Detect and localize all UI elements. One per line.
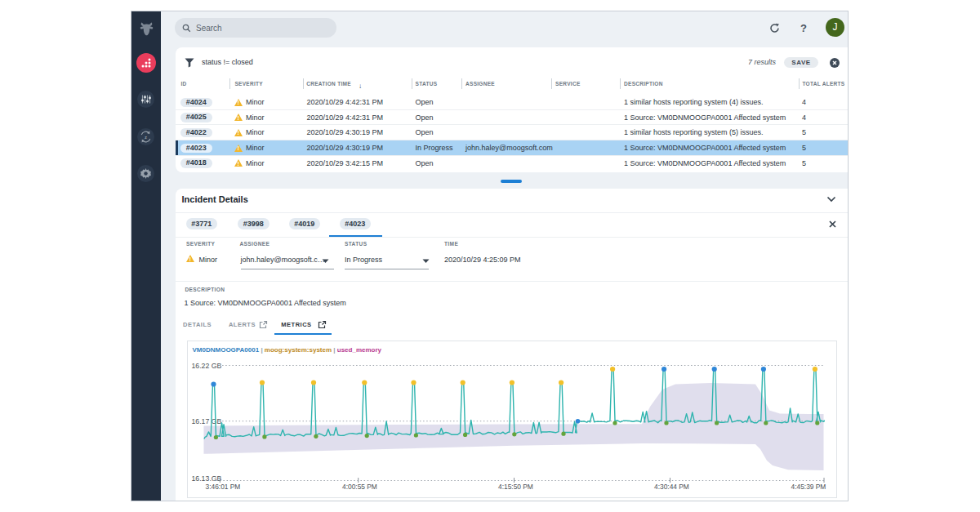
svg-text:z: z [145, 135, 147, 140]
